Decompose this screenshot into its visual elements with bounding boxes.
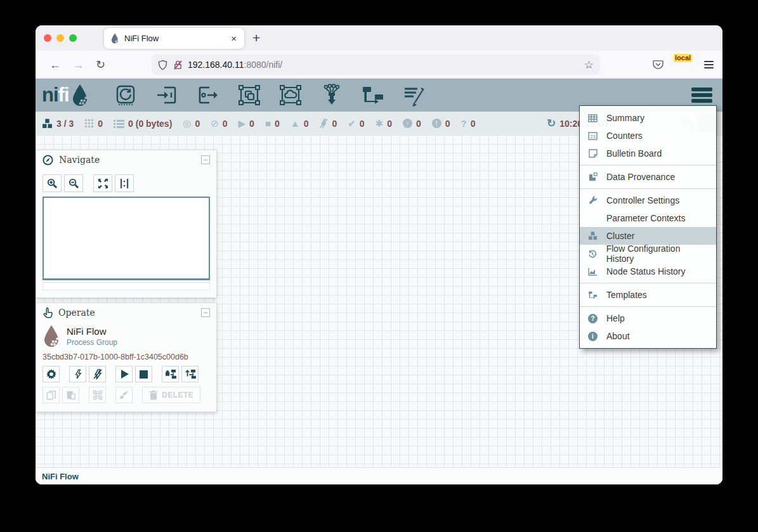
menu-item-flow-configuration-history[interactable]: Flow Configuration History [580,245,716,263]
traffic-lights [44,34,77,42]
invalid-status: ▲ 0 [291,118,309,129]
menu-item-about[interactable]: i About [580,327,716,345]
menu-divider [580,165,716,165]
operate-collapse-button[interactable]: − [201,308,210,317]
flow-id[interactable]: 35cbd3b7-017b-1000-8bff-1c3405c00d6b [36,347,216,361]
help-icon: ? [587,314,598,323]
menu-item-templates[interactable]: Templates [580,286,716,304]
configure-button[interactable] [42,366,60,382]
navigate-collapse-button[interactable]: − [201,155,210,164]
shield-icon[interactable] [158,60,167,70]
copy-button[interactable] [42,387,60,403]
operate-panel-header[interactable]: Operate − [36,303,216,322]
zoom-actual-button[interactable]: |:| [115,174,134,192]
breadcrumb-root[interactable]: NiFi Flow [42,472,79,481]
fill-color-button[interactable] [115,387,133,403]
profile-avatar[interactable]: local [676,57,691,72]
menu-item-bulletin-board[interactable]: Bulletin Board [580,145,716,162]
menu-item-counters[interactable]: 23 Counters [580,127,716,145]
compass-icon [42,155,53,165]
funnel-icon[interactable] [320,83,344,107]
sync-failure-status: ? 0 [461,118,476,129]
nifi-logo: nifi [42,84,89,107]
menu-item-controller-settings[interactable]: Controller Settings [580,191,716,209]
close-window-button[interactable] [44,34,51,42]
queued-status: 0 (0 bytes) [114,119,172,129]
navigate-panel: Navigate − |:| [36,150,217,298]
birdseye-brush[interactable] [42,282,210,290]
nifi-logo-drop-icon [70,84,89,107]
threads-icon [84,119,94,128]
paste-button[interactable] [62,387,79,403]
navigate-panel-header[interactable]: Navigate − [36,150,216,169]
insecure-lock-icon[interactable] [173,60,183,70]
minimize-window-button[interactable] [56,34,64,42]
nifi-app: nifi [36,79,722,484]
forward-icon[interactable]: → [72,58,84,72]
zoom-fit-button[interactable] [93,174,112,192]
tab-close-icon[interactable]: × [230,33,238,44]
input-port-icon[interactable] [155,83,179,107]
back-icon[interactable]: ← [49,58,61,72]
menu-item-data-provenance[interactable]: Data Provenance [580,168,716,186]
pocket-icon[interactable] [653,60,663,70]
template-icon[interactable] [361,83,385,107]
browser-menu-icon[interactable] [704,61,714,68]
selected-component: NiFi Flow Process Group [36,322,216,347]
start-button[interactable] [115,366,133,382]
group-button[interactable] [89,387,106,403]
zoom-window-button[interactable] [69,34,77,42]
selected-flow-name: NiFi Flow [67,326,117,337]
stopped-icon: ■ [265,118,271,129]
locally-modified-icon: ✱ [376,118,384,129]
template-menu-icon [587,291,598,299]
disabled-status: 0 [319,119,337,129]
stale-icon: ↑ [403,119,412,128]
reload-icon[interactable]: ↻ [96,58,105,72]
global-menu-icon[interactable] [691,88,712,103]
disabled-icon [319,119,328,129]
bookmark-star-icon[interactable]: ☆ [584,58,594,72]
browser-tab[interactable]: NiFi Flow × [104,28,244,49]
menu-item-help[interactable]: ? Help [580,309,716,327]
process-group-icon[interactable] [237,83,261,107]
up-to-date-icon: ✔ [348,118,356,129]
url-text[interactable]: 192.168.40.11:8080/nifi/ [188,60,584,70]
up-to-date-status: ✔ 0 [348,118,364,129]
cluster-status: 3 / 3 [42,119,74,129]
wrench-icon [587,196,598,205]
birdseye-view[interactable] [42,197,210,280]
operate-buttons-row-1 [36,361,216,382]
refresh-icon[interactable]: ↻ [547,117,556,130]
operate-buttons-row-2: DELETE [36,382,216,403]
browser-titlebar: NiFi Flow × + [36,25,722,51]
zoom-out-button[interactable] [64,174,83,192]
remote-process-group-icon[interactable] [278,83,303,107]
not-transmitting-status: ⊘ 0 [211,118,227,129]
new-tab-button[interactable]: + [252,30,260,46]
profile-badge: local [674,54,692,62]
menu-item-node-status-history[interactable]: Node Status History [580,263,716,280]
zoom-in-button[interactable] [42,174,62,192]
stop-button[interactable] [135,366,152,382]
selected-flow-type: Process Group [67,338,117,347]
browser-navbar: ← → ↻ 192.168.40.11:8080/nifi/ ☆ local [36,51,722,79]
delete-button[interactable]: DELETE [142,387,200,403]
disable-button[interactable] [89,366,106,382]
menu-divider [580,306,716,307]
label-icon[interactable] [402,83,426,107]
menu-item-cluster[interactable]: Cluster [580,227,716,245]
sync-failure-icon: ? [461,118,467,129]
output-port-icon[interactable] [196,83,220,107]
menu-item-parameter-contexts[interactable]: Parameter Contexts [580,209,716,227]
enable-button[interactable] [69,366,86,382]
save-template-button[interactable] [162,366,179,382]
navigate-buttons: |:| [36,169,216,192]
url-bar[interactable]: 192.168.40.11:8080/nifi/ ☆ [152,55,600,75]
menu-item-summary[interactable]: Summary [580,109,716,127]
menu-divider [580,188,716,189]
history-icon [587,249,598,258]
invalid-icon: ▲ [291,118,300,129]
upload-template-button[interactable] [181,366,199,382]
processor-icon[interactable] [114,83,138,107]
